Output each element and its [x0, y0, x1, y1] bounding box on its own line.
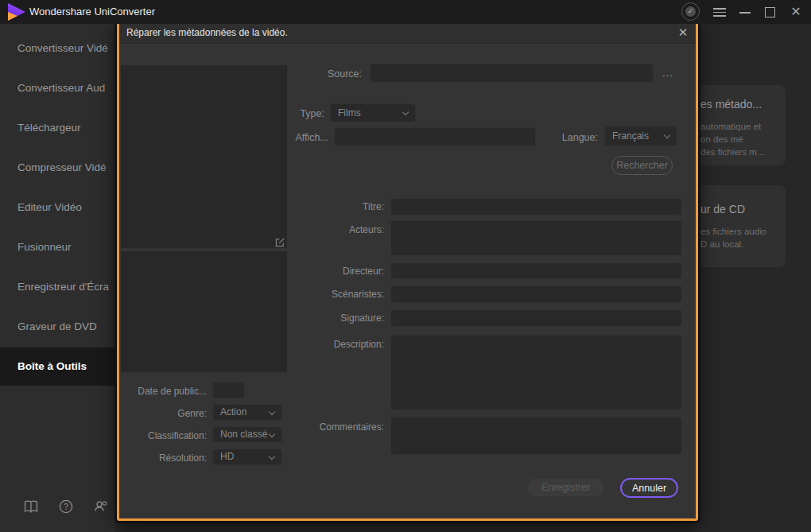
chevron-down-icon — [269, 453, 275, 460]
svg-text:?: ? — [64, 503, 68, 511]
genre-select[interactable]: Action — [212, 404, 282, 421]
director-input[interactable] — [390, 262, 682, 279]
edit-poster-icon[interactable] — [275, 237, 285, 247]
sidebar-item-dvd-burner[interactable]: Graveur de DVD — [0, 308, 115, 346]
sidebar-item-video-converter[interactable]: Convertisseur Vidé — [0, 29, 115, 68]
chevron-down-icon — [402, 109, 409, 115]
account-avatar-icon[interactable]: ✓ — [681, 2, 700, 21]
sidebar-item-toolbox[interactable]: Boîte à Outils — [0, 348, 115, 386]
source-label: Source: — [282, 68, 362, 80]
genre-label: Genre: — [119, 408, 207, 419]
actors-label: Acteurs: — [289, 224, 384, 235]
sidebar-item-audio-converter[interactable]: Convertisseur Aud — [0, 69, 115, 107]
date-input[interactable] — [212, 382, 245, 398]
titlebar: Wondershare UniConverter ✓ ✕ — [0, 0, 811, 24]
chevron-down-icon — [269, 431, 275, 437]
cancel-button[interactable]: Annuler — [620, 478, 678, 498]
type-select[interactable]: Films — [330, 103, 416, 122]
help-icon[interactable]: ? — [58, 499, 74, 515]
type-label: Type: — [245, 108, 324, 119]
date-label: Date de public... — [119, 386, 207, 397]
thumbnail-placeholder[interactable] — [121, 251, 287, 372]
sidebar-item-video-compressor[interactable]: Compresseur Vidé — [0, 149, 115, 187]
app-logo-icon — [8, 3, 25, 21]
sidebar-item-screen-recorder[interactable]: Enregistreur d'Écra — [0, 268, 115, 306]
writers-input[interactable] — [390, 285, 682, 303]
title-input[interactable] — [390, 198, 682, 216]
minimize-button[interactable] — [739, 12, 751, 14]
sidebar: Convertisseur Vidé Convertisseur Aud Tél… — [0, 24, 115, 532]
description-label: Description: — [289, 339, 384, 350]
classification-label: Classification: — [119, 430, 207, 441]
menu-icon[interactable] — [713, 8, 726, 17]
sidebar-item-downloader[interactable]: Téléchargeur — [0, 109, 115, 147]
signature-label: Signature: — [289, 313, 384, 324]
sidebar-item-video-editor[interactable]: Editeur Vidéo — [0, 188, 115, 227]
comments-textarea[interactable] — [390, 417, 682, 455]
language-label: Langue: — [518, 132, 598, 143]
display-label: Affich... — [249, 132, 328, 143]
browse-button[interactable]: ... — [662, 67, 673, 79]
classification-select[interactable]: Non classé — [212, 426, 282, 443]
language-select[interactable]: Français — [604, 126, 677, 146]
sidebar-item-merger[interactable]: Fusionneur — [0, 228, 115, 266]
signature-input[interactable] — [390, 309, 682, 327]
title-label: Titre: — [289, 201, 384, 212]
app-title: Wondershare UniConverter — [29, 0, 155, 24]
comments-label: Commentaires: — [289, 421, 384, 433]
card-title: es métado... — [700, 98, 762, 111]
search-button[interactable]: Rechercher — [611, 156, 673, 175]
chevron-down-icon — [269, 409, 275, 415]
card-title: ur de CD — [700, 203, 745, 216]
description-textarea[interactable] — [390, 335, 682, 410]
resolution-select[interactable]: HD — [212, 449, 282, 465]
guide-book-icon[interactable] — [23, 499, 39, 515]
writers-label: Scénaristes: — [289, 289, 384, 300]
save-button[interactable]: Enregistrer — [527, 479, 604, 496]
resolution-label: Résolution: — [119, 452, 207, 464]
fix-metadata-dialog: Réparer les métadonnées de la vidéo. ✕ D… — [117, 20, 698, 521]
source-input[interactable] — [370, 64, 654, 83]
window-close-button[interactable]: ✕ — [790, 6, 802, 18]
chevron-down-icon — [664, 132, 670, 138]
maximize-button[interactable] — [765, 7, 775, 17]
contact-users-icon[interactable] — [93, 499, 109, 515]
poster-placeholder[interactable] — [121, 65, 287, 248]
actors-textarea[interactable] — [390, 220, 682, 256]
display-input[interactable] — [334, 127, 536, 146]
director-label: Directeur: — [289, 266, 384, 277]
